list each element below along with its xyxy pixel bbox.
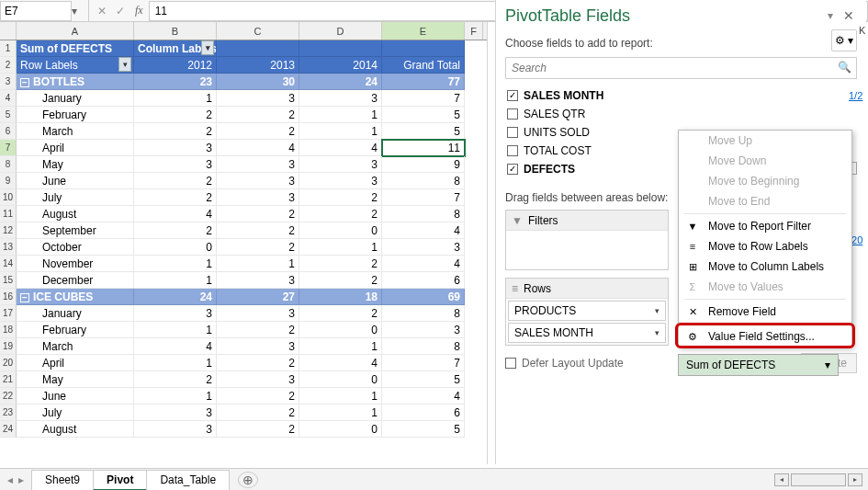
cell[interactable]: Column Labels (134, 40, 217, 57)
cell[interactable]: 2 (217, 421, 299, 438)
row-header[interactable]: 3 (0, 74, 17, 90)
row-header[interactable]: 10 (0, 189, 17, 206)
cell[interactable]: 4 (299, 355, 382, 371)
cell[interactable]: June (17, 388, 134, 405)
cell[interactable]: March (17, 338, 134, 355)
search-icon[interactable]: 🔍 (838, 61, 851, 74)
row-tag[interactable]: SALES MONTH▾ (508, 323, 666, 343)
cell[interactable]: 2 (217, 355, 299, 371)
cell[interactable]: 1 (134, 256, 217, 272)
cell[interactable]: Row Labels (17, 57, 134, 74)
cell[interactable]: 2 (134, 173, 217, 189)
cell[interactable]: 1 (134, 272, 217, 289)
cell[interactable]: 1 (299, 239, 382, 256)
row-header[interactable]: 18 (0, 322, 17, 338)
cell[interactable]: 7 (382, 355, 465, 371)
checkbox[interactable] (507, 108, 518, 120)
cell[interactable]: 3 (217, 338, 299, 355)
col-header-F[interactable]: F (465, 22, 483, 40)
cell[interactable]: 3 (299, 90, 382, 107)
row-tag[interactable]: PRODUCTS▾ (508, 301, 666, 321)
cell[interactable]: 69 (382, 289, 465, 305)
cell[interactable]: 3 (134, 421, 217, 438)
values-tag-sum-of-defects[interactable]: Sum of DEFECTS ▾ (678, 354, 839, 376)
cell[interactable]: July (17, 405, 134, 421)
cell[interactable]: July (17, 189, 134, 206)
cell[interactable]: 18 (299, 289, 382, 305)
cell[interactable]: 1 (134, 322, 217, 338)
cell[interactable]: 3 (217, 173, 299, 189)
cell[interactable] (299, 40, 382, 57)
cell[interactable]: 2 (299, 206, 382, 222)
gear-icon[interactable]: ⚙ ▾ (831, 29, 857, 51)
cell[interactable]: 3 (217, 90, 299, 107)
cell[interactable]: 2013 (217, 57, 299, 74)
cell[interactable]: 0 (299, 222, 382, 239)
cell[interactable]: 3 (134, 405, 217, 421)
ctx-item[interactable]: ≡Move to Row Labels (679, 236, 851, 256)
add-sheet-button[interactable]: ⊕ (238, 472, 258, 488)
cell[interactable]: 3 (299, 173, 382, 189)
row-header[interactable]: 7 (0, 140, 17, 156)
cell[interactable]: 30 (217, 74, 299, 90)
cell[interactable]: December (17, 272, 134, 289)
cell[interactable]: 2 (217, 123, 299, 140)
cell[interactable]: 2 (217, 388, 299, 405)
cell[interactable]: August (17, 421, 134, 438)
cell[interactable]: 3 (217, 371, 299, 388)
row-header[interactable]: 16 (0, 289, 17, 305)
cell[interactable]: 1 (134, 388, 217, 405)
pane-close-icon[interactable]: ✕ (840, 8, 857, 23)
row-header[interactable]: 17 (0, 305, 17, 322)
ctx-item[interactable]: ▼Move to Report Filter (679, 216, 851, 236)
row-header[interactable]: 20 (0, 355, 17, 371)
row-header[interactable]: 19 (0, 338, 17, 355)
cell[interactable]: 6 (382, 405, 465, 421)
checkbox[interactable] (507, 164, 518, 175)
cell[interactable]: 2 (217, 222, 299, 239)
checkbox[interactable] (507, 127, 518, 138)
cell[interactable]: 7 (382, 90, 465, 107)
cell[interactable]: 2 (299, 272, 382, 289)
row-header[interactable]: 22 (0, 388, 17, 405)
row-header[interactable]: 24 (0, 421, 17, 438)
cell[interactable]: 8 (382, 338, 465, 355)
cell[interactable]: 3 (382, 322, 465, 338)
cell[interactable]: 3 (217, 189, 299, 206)
cell[interactable]: 2 (299, 256, 382, 272)
filters-area[interactable]: ▼Filters (505, 210, 669, 270)
row-header[interactable]: 8 (0, 156, 17, 173)
cell[interactable]: 3 (134, 305, 217, 322)
row-header[interactable]: 11 (0, 206, 17, 222)
cell[interactable]: 4 (382, 222, 465, 239)
name-box-dropdown[interactable]: ▾ (72, 5, 85, 17)
cell[interactable]: 1 (299, 405, 382, 421)
cell[interactable]: August (17, 206, 134, 222)
cell[interactable]: January (17, 305, 134, 322)
row-header[interactable]: 5 (0, 107, 17, 123)
cell[interactable]: 24 (299, 74, 382, 90)
cell[interactable]: 8 (382, 206, 465, 222)
pane-options-star-icon[interactable]: ▾ (828, 9, 833, 22)
cell[interactable]: 1 (134, 90, 217, 107)
ctx-item[interactable]: ⊞Move to Column Labels (679, 256, 851, 277)
cell[interactable]: 1 (134, 355, 217, 371)
cell[interactable]: 3 (217, 156, 299, 173)
cell[interactable]: 2 (217, 405, 299, 421)
cell[interactable]: 27 (217, 289, 299, 305)
cell[interactable]: 4 (134, 338, 217, 355)
cell[interactable]: 77 (382, 74, 465, 90)
cell[interactable]: 8 (382, 305, 465, 322)
row-header[interactable]: 1 (0, 40, 17, 57)
cell[interactable]: 3 (382, 239, 465, 256)
cell[interactable]: 2 (134, 222, 217, 239)
cell[interactable]: 4 (134, 206, 217, 222)
row-header[interactable]: 12 (0, 222, 17, 239)
hscroll-left-icon[interactable]: ◂ (774, 473, 789, 486)
col-header-K[interactable]: K (859, 25, 865, 36)
cell[interactable]: 7 (382, 189, 465, 206)
cell[interactable]: May (17, 371, 134, 388)
cell[interactable] (382, 40, 465, 57)
cell[interactable]: 2 (217, 239, 299, 256)
col-header-C[interactable]: C (217, 22, 299, 40)
